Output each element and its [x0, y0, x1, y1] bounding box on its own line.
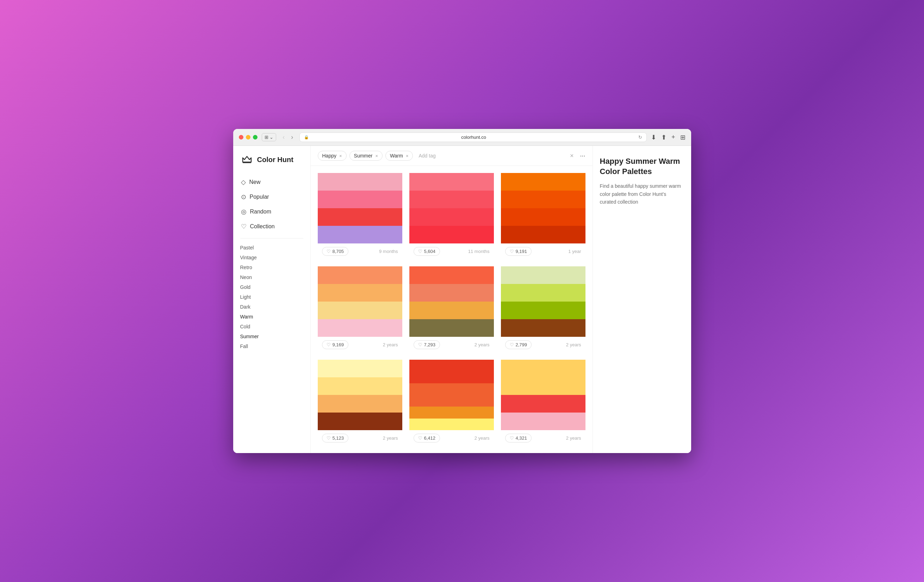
nav-item-collection[interactable]: ♡ Collection [237, 219, 307, 234]
color-swatch [318, 319, 402, 337]
like-count-7: 5,123 [333, 435, 344, 441]
nav-item-random[interactable]: ◎ Random [237, 204, 307, 219]
color-swatch [318, 266, 402, 284]
tag-light[interactable]: Light [240, 292, 303, 302]
time-ago-4: 2 years [383, 342, 398, 347]
filter-tag-happy-label: Happy [322, 153, 337, 158]
like-button-3[interactable]: ♡ 9,191 [505, 247, 532, 256]
time-ago-9: 2 years [566, 435, 581, 441]
palette-colors-9 [501, 360, 586, 430]
heart-icon: ♡ [418, 435, 422, 441]
clear-filters-button[interactable]: × [570, 152, 574, 160]
color-swatch [409, 302, 494, 319]
maximize-button[interactable] [253, 135, 257, 140]
minimize-button[interactable] [246, 135, 251, 140]
refresh-button[interactable]: ↻ [638, 135, 642, 140]
heart-icon: ♡ [327, 435, 331, 441]
palette-colors-1 [318, 173, 402, 244]
new-tab-icon[interactable]: + [672, 134, 675, 141]
tag-dark[interactable]: Dark [240, 302, 303, 312]
close-button[interactable] [239, 135, 243, 140]
nav-menu: ◇ New ⊙ Popular ◎ Random ♡ Collection [233, 175, 310, 234]
url-text: colorhunt.co [311, 135, 636, 140]
tag-warm[interactable]: Warm [240, 312, 303, 322]
svg-rect-1 [243, 162, 251, 163]
color-swatch [409, 173, 494, 191]
palette-card[interactable]: ♡ 7,293 2 years [409, 266, 494, 353]
palette-card[interactable]: ♡ 6,412 2 years [409, 360, 494, 446]
tag-neon[interactable]: Neon [240, 272, 303, 282]
palette-card[interactable]: ♡ 9,191 1 year [501, 173, 586, 259]
tag-pastel[interactable]: Pastel [240, 243, 303, 252]
sidebar: Color Hunt ◇ New ⊙ Popular ◎ Random ♡ Co… [233, 146, 311, 453]
nav-label-random: Random [250, 209, 271, 215]
color-swatch [409, 191, 494, 208]
remove-happy-button[interactable]: × [339, 153, 342, 158]
tag-gold[interactable]: Gold [240, 282, 303, 292]
add-tag-button[interactable]: Add tag [416, 151, 438, 160]
like-button-1[interactable]: ♡ 8,705 [322, 247, 349, 256]
remove-warm-button[interactable]: × [406, 153, 409, 158]
palette-footer-8: ♡ 6,412 2 years [409, 430, 494, 446]
tag-vintage[interactable]: Vintage [240, 252, 303, 262]
filter-tag-warm[interactable]: Warm × [385, 151, 413, 161]
address-bar[interactable]: 🔒 colorhunt.co ↻ [299, 132, 647, 142]
collection-icon: ♡ [241, 223, 247, 231]
color-swatch [409, 383, 494, 407]
remove-summer-button[interactable]: × [375, 153, 378, 158]
download-icon[interactable]: ⬇ [651, 134, 656, 141]
nav-label-new: New [249, 179, 261, 185]
filter-tag-warm-label: Warm [390, 153, 403, 158]
traffic-lights [239, 135, 257, 140]
like-button-2[interactable]: ♡ 5,604 [414, 247, 441, 256]
filter-tag-summer-label: Summer [354, 153, 373, 158]
logo-icon [240, 153, 254, 166]
palette-card[interactable]: ♡ 5,123 2 years [318, 360, 402, 446]
like-button-5[interactable]: ♡ 7,293 [414, 340, 441, 349]
palette-card[interactable]: ♡ 4,321 2 years [501, 360, 586, 446]
palette-footer-9: ♡ 4,321 2 years [501, 430, 586, 446]
palette-footer-7: ♡ 5,123 2 years [318, 430, 402, 446]
tag-fall[interactable]: Fall [240, 341, 303, 351]
nav-buttons: ‹ › [280, 133, 295, 142]
heart-icon: ♡ [510, 435, 514, 441]
sidebar-divider [240, 238, 303, 239]
toolbar-actions: ⬇ ⬆ + ⊞ [651, 134, 685, 141]
color-swatch [318, 208, 402, 226]
color-swatch [409, 266, 494, 284]
like-count-8: 6,412 [424, 435, 436, 441]
info-panel: Happy Summer Warm Color Palettes Find a … [592, 146, 691, 453]
like-button-8[interactable]: ♡ 6,412 [414, 434, 441, 442]
palette-colors-4 [318, 266, 402, 337]
tag-cold[interactable]: Cold [240, 322, 303, 331]
palette-card[interactable]: ♡ 8,705 9 months [318, 173, 402, 259]
more-options-button[interactable]: ··· [580, 152, 585, 160]
heart-icon: ♡ [327, 342, 331, 347]
sidebar-toggle-button[interactable]: ⊞ ⌄ [262, 133, 277, 141]
like-count-1: 8,705 [333, 249, 344, 254]
filter-tag-summer[interactable]: Summer × [350, 151, 383, 161]
app-content: Color Hunt ◇ New ⊙ Popular ◎ Random ♡ Co… [233, 146, 691, 453]
like-count-9: 4,321 [516, 435, 527, 441]
color-swatch [409, 407, 494, 418]
like-button-9[interactable]: ♡ 4,321 [505, 434, 532, 442]
forward-button[interactable]: › [289, 133, 295, 142]
like-button-4[interactable]: ♡ 9,169 [322, 340, 349, 349]
nav-item-popular[interactable]: ⊙ Popular [237, 190, 307, 204]
like-button-7[interactable]: ♡ 5,123 [322, 434, 349, 442]
tag-summer[interactable]: Summer [240, 331, 303, 341]
palette-card[interactable]: ♡ 2,799 2 years [501, 266, 586, 353]
color-swatch [318, 226, 402, 244]
filter-tag-happy[interactable]: Happy × [318, 151, 346, 161]
color-swatch [318, 302, 402, 319]
tag-retro[interactable]: Retro [240, 262, 303, 272]
nav-item-new[interactable]: ◇ New [237, 175, 307, 190]
palette-card[interactable]: ♡ 5,604 11 months [409, 173, 494, 259]
share-icon[interactable]: ⬆ [661, 134, 667, 141]
palette-footer-2: ♡ 5,604 11 months [409, 244, 494, 259]
back-button[interactable]: ‹ [280, 133, 287, 142]
color-swatch [318, 191, 402, 208]
palette-card[interactable]: ♡ 9,169 2 years [318, 266, 402, 353]
like-button-6[interactable]: ♡ 2,799 [505, 340, 532, 349]
grid-icon[interactable]: ⊞ [680, 134, 685, 141]
